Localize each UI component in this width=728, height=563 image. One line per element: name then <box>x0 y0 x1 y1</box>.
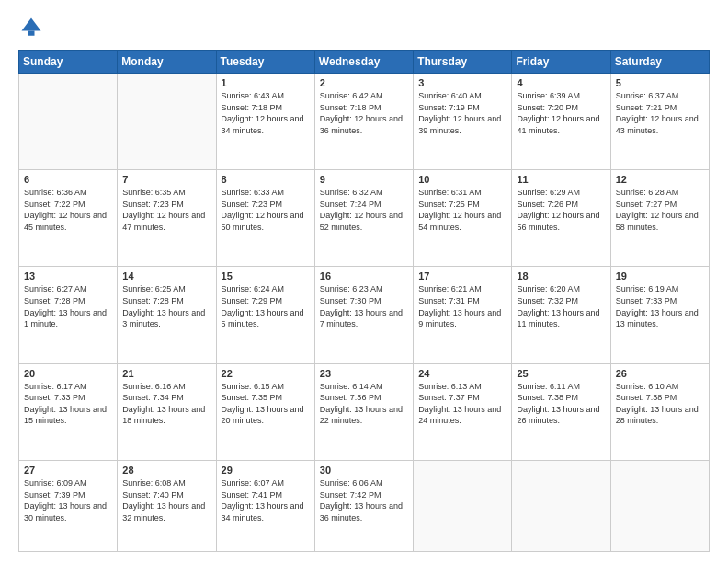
day-cell: 12Sunrise: 6:28 AMSunset: 7:27 PMDayligh… <box>610 170 709 267</box>
day-info: Sunrise: 6:19 AMSunset: 7:33 PMDaylight:… <box>616 283 704 329</box>
day-number: 4 <box>517 77 605 88</box>
logo-icon <box>18 15 44 40</box>
day-cell: 28Sunrise: 6:08 AMSunset: 7:40 PMDayligh… <box>118 460 216 551</box>
day-number: 21 <box>122 368 210 379</box>
weekday-header-thursday: Thursday <box>414 51 512 74</box>
day-info: Sunrise: 6:13 AMSunset: 7:37 PMDaylight:… <box>418 381 506 427</box>
day-number: 22 <box>222 368 310 379</box>
day-info: Sunrise: 6:14 AMSunset: 7:36 PMDaylight:… <box>320 381 408 427</box>
day-cell <box>512 460 610 551</box>
day-info: Sunrise: 6:35 AMSunset: 7:23 PMDaylight:… <box>122 187 210 233</box>
day-info: Sunrise: 6:29 AMSunset: 7:26 PMDaylight:… <box>517 187 605 233</box>
day-cell: 4Sunrise: 6:39 AMSunset: 7:20 PMDaylight… <box>512 74 610 170</box>
weekday-header-saturday: Saturday <box>610 51 709 74</box>
day-cell <box>414 460 512 551</box>
day-cell: 27Sunrise: 6:09 AMSunset: 7:39 PMDayligh… <box>19 460 118 551</box>
day-number: 5 <box>616 77 704 88</box>
day-info: Sunrise: 6:32 AMSunset: 7:24 PMDaylight:… <box>320 187 408 233</box>
day-number: 24 <box>418 368 506 379</box>
day-info: Sunrise: 6:27 AMSunset: 7:28 PMDaylight:… <box>24 283 112 329</box>
day-number: 17 <box>418 270 506 282</box>
day-info: Sunrise: 6:42 AMSunset: 7:18 PMDaylight:… <box>320 90 408 136</box>
day-info: Sunrise: 6:36 AMSunset: 7:22 PMDaylight:… <box>24 187 112 233</box>
calendar-table: SundayMondayTuesdayWednesdayThursdayFrid… <box>18 50 710 552</box>
day-cell: 25Sunrise: 6:11 AMSunset: 7:38 PMDayligh… <box>512 363 610 460</box>
day-number: 9 <box>320 174 408 185</box>
day-cell: 21Sunrise: 6:16 AMSunset: 7:34 PMDayligh… <box>118 363 216 460</box>
day-number: 20 <box>24 368 112 379</box>
day-info: Sunrise: 6:39 AMSunset: 7:20 PMDaylight:… <box>517 90 605 136</box>
day-info: Sunrise: 6:11 AMSunset: 7:38 PMDaylight:… <box>517 381 605 427</box>
day-cell: 11Sunrise: 6:29 AMSunset: 7:26 PMDayligh… <box>512 170 610 267</box>
day-number: 10 <box>418 174 506 185</box>
day-cell: 5Sunrise: 6:37 AMSunset: 7:21 PMDaylight… <box>610 74 709 170</box>
day-number: 14 <box>122 270 210 282</box>
day-number: 2 <box>320 77 408 88</box>
day-cell: 6Sunrise: 6:36 AMSunset: 7:22 PMDaylight… <box>19 170 118 267</box>
weekday-header-friday: Friday <box>512 51 610 74</box>
day-number: 6 <box>24 174 112 185</box>
day-number: 12 <box>616 174 704 185</box>
header <box>18 15 710 40</box>
weekday-header-tuesday: Tuesday <box>216 51 314 74</box>
day-info: Sunrise: 6:37 AMSunset: 7:21 PMDaylight:… <box>616 90 704 136</box>
day-cell: 14Sunrise: 6:25 AMSunset: 7:28 PMDayligh… <box>118 267 216 363</box>
day-cell: 15Sunrise: 6:24 AMSunset: 7:29 PMDayligh… <box>216 267 314 363</box>
day-number: 27 <box>24 465 112 476</box>
day-number: 13 <box>24 270 112 282</box>
day-info: Sunrise: 6:21 AMSunset: 7:31 PMDaylight:… <box>418 283 506 329</box>
day-info: Sunrise: 6:23 AMSunset: 7:30 PMDaylight:… <box>320 283 408 329</box>
day-cell: 20Sunrise: 6:17 AMSunset: 7:33 PMDayligh… <box>19 363 118 460</box>
day-info: Sunrise: 6:31 AMSunset: 7:25 PMDaylight:… <box>418 187 506 233</box>
day-number: 8 <box>222 174 310 185</box>
day-number: 1 <box>222 77 310 88</box>
day-number: 30 <box>320 465 408 476</box>
day-cell: 7Sunrise: 6:35 AMSunset: 7:23 PMDaylight… <box>118 170 216 267</box>
day-number: 7 <box>122 174 210 185</box>
logo <box>18 15 48 40</box>
day-info: Sunrise: 6:33 AMSunset: 7:23 PMDaylight:… <box>222 187 310 233</box>
day-cell <box>19 74 118 170</box>
day-cell: 24Sunrise: 6:13 AMSunset: 7:37 PMDayligh… <box>414 363 512 460</box>
day-number: 29 <box>222 465 310 476</box>
day-cell: 17Sunrise: 6:21 AMSunset: 7:31 PMDayligh… <box>414 267 512 363</box>
day-cell: 29Sunrise: 6:07 AMSunset: 7:41 PMDayligh… <box>216 460 314 551</box>
day-cell: 30Sunrise: 6:06 AMSunset: 7:42 PMDayligh… <box>314 460 413 551</box>
day-number: 15 <box>222 270 310 282</box>
day-cell <box>610 460 709 551</box>
svg-rect-1 <box>28 31 35 36</box>
day-number: 3 <box>418 77 506 88</box>
day-number: 18 <box>517 270 605 282</box>
day-info: Sunrise: 6:43 AMSunset: 7:18 PMDaylight:… <box>222 90 310 136</box>
day-info: Sunrise: 6:15 AMSunset: 7:35 PMDaylight:… <box>222 381 310 427</box>
week-row-4: 20Sunrise: 6:17 AMSunset: 7:33 PMDayligh… <box>19 363 710 460</box>
day-info: Sunrise: 6:16 AMSunset: 7:34 PMDaylight:… <box>122 381 210 427</box>
day-cell: 16Sunrise: 6:23 AMSunset: 7:30 PMDayligh… <box>314 267 413 363</box>
svg-marker-0 <box>22 18 41 31</box>
day-info: Sunrise: 6:24 AMSunset: 7:29 PMDaylight:… <box>222 283 310 329</box>
day-cell: 8Sunrise: 6:33 AMSunset: 7:23 PMDaylight… <box>216 170 314 267</box>
day-cell: 19Sunrise: 6:19 AMSunset: 7:33 PMDayligh… <box>610 267 709 363</box>
day-number: 26 <box>616 368 704 379</box>
week-row-2: 6Sunrise: 6:36 AMSunset: 7:22 PMDaylight… <box>19 170 710 267</box>
week-row-3: 13Sunrise: 6:27 AMSunset: 7:28 PMDayligh… <box>19 267 710 363</box>
week-row-5: 27Sunrise: 6:09 AMSunset: 7:39 PMDayligh… <box>19 460 710 551</box>
day-info: Sunrise: 6:20 AMSunset: 7:32 PMDaylight:… <box>517 283 605 329</box>
day-info: Sunrise: 6:28 AMSunset: 7:27 PMDaylight:… <box>616 187 704 233</box>
day-number: 16 <box>320 270 408 282</box>
day-number: 28 <box>122 465 210 476</box>
day-cell: 1Sunrise: 6:43 AMSunset: 7:18 PMDaylight… <box>216 74 314 170</box>
day-info: Sunrise: 6:40 AMSunset: 7:19 PMDaylight:… <box>418 90 506 136</box>
week-row-1: 1Sunrise: 6:43 AMSunset: 7:18 PMDaylight… <box>19 74 710 170</box>
weekday-header-row: SundayMondayTuesdayWednesdayThursdayFrid… <box>19 51 710 74</box>
day-info: Sunrise: 6:06 AMSunset: 7:42 PMDaylight:… <box>320 477 408 523</box>
day-number: 11 <box>517 174 605 185</box>
day-number: 23 <box>320 368 408 379</box>
page: SundayMondayTuesdayWednesdayThursdayFrid… <box>0 0 728 563</box>
day-cell: 26Sunrise: 6:10 AMSunset: 7:38 PMDayligh… <box>610 363 709 460</box>
day-cell: 9Sunrise: 6:32 AMSunset: 7:24 PMDaylight… <box>314 170 413 267</box>
day-cell: 13Sunrise: 6:27 AMSunset: 7:28 PMDayligh… <box>19 267 118 363</box>
day-cell <box>118 74 216 170</box>
day-info: Sunrise: 6:25 AMSunset: 7:28 PMDaylight:… <box>122 283 210 329</box>
day-cell: 22Sunrise: 6:15 AMSunset: 7:35 PMDayligh… <box>216 363 314 460</box>
